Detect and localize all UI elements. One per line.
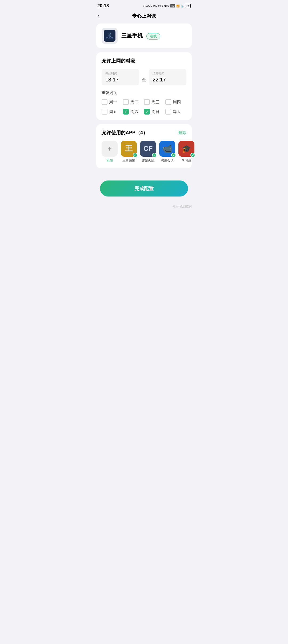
time-section-title: 允许上网的时段 [102,58,186,64]
battery-icon: 74 [185,4,191,8]
end-time-value: 22:17 [153,77,183,83]
hd-icon: HD [170,4,175,7]
day-label-周日: 周日 [151,109,159,114]
start-time-value: 18:17 [105,77,135,83]
app-item-1[interactable]: CF ✓穿越火线 [140,141,156,163]
complete-btn-wrap: 完成配置 [92,180,196,205]
svg-text:王: 王 [125,144,133,152]
device-icon: 12 31 SAMSUNG [102,28,118,44]
time-section-card: 允许上网的时段 开始时间 18:17 至 结束时间 22:17 重复时间 周一周… [96,52,192,120]
app-check-1: ✓ [152,153,157,158]
checkbox-每天[interactable] [165,109,171,115]
day-label-周三: 周三 [151,100,159,105]
start-time-label: 开始时间 [105,72,135,76]
day-label-周六: 周六 [130,109,138,114]
watermark: 俺√什么回值买 [92,205,196,211]
app-item-2[interactable]: 📹 ✓腾讯会议 [159,141,175,163]
header: ‹ 专心上网课 [92,10,196,23]
day-label-周二: 周二 [130,100,138,105]
app-item-0[interactable]: 王 ✓王者荣耀 [121,141,137,163]
checkbox-周四[interactable] [165,99,171,105]
svg-text:📹: 📹 [162,144,173,154]
signal-icon: 📡 [181,5,184,7]
samsung-logo: 12 31 SAMSUNG [104,30,115,42]
complete-button[interactable]: 完成配置 [100,180,188,197]
add-app-button[interactable]: + [102,141,118,157]
app-name-3: 学习通 [182,158,191,163]
start-time-field[interactable]: 开始时间 18:17 [102,69,139,85]
app-check-0: ✓ [133,153,138,158]
svg-text:🎓: 🎓 [182,144,191,153]
day-item-周四[interactable]: 周四 [165,99,187,105]
end-time-field[interactable]: 结束时间 22:17 [149,69,186,85]
checkbox-周一[interactable] [102,99,107,105]
checkbox-周二[interactable] [123,99,129,105]
app-check-2: ✓ [171,153,176,158]
status-bar: 20:18 ⠿ LOGG-ING 0.66 KB/S HD 📶 📡 74 [92,0,196,10]
apps-grid: + 添加 王 ✓王者荣耀 CF ✓穿越火线 📹 ✓腾讯会议 🎓 ✓学习通 [102,141,186,163]
device-card: 12 31 SAMSUNG 三星手机 在线 [96,23,192,48]
app-name-1: 穿越火线 [142,158,154,163]
add-app-item[interactable]: + 添加 [102,141,118,163]
day-label-周五: 周五 [109,109,117,114]
network-icon: ⠿ [143,5,145,7]
app-icon-wrap-3: 🎓 ✓ [178,141,194,157]
app-name-0: 王者荣耀 [122,158,135,163]
day-item-周六[interactable]: 周六 [123,109,144,115]
day-grid: 周一周二周三周四周五周六周日每天 [102,99,186,115]
end-time-label: 结束时间 [153,72,183,76]
day-item-周五[interactable]: 周五 [102,109,123,115]
apps-section-card: 允许使用的APP（4） 删除 + 添加 王 ✓王者荣耀 CF ✓穿越火线 📹 ✓… [96,124,192,168]
apps-header: 允许使用的APP（4） 删除 [102,129,186,136]
online-badge: 在线 [146,33,160,40]
day-item-周二[interactable]: 周二 [123,99,144,105]
checkbox-周六[interactable] [123,109,129,115]
apps-title: 允许使用的APP（4） [102,129,148,136]
page-title: 专心上网课 [132,13,156,19]
day-item-周三[interactable]: 周三 [144,99,165,105]
app-name-2: 腾讯会议 [161,158,174,163]
checkbox-周五[interactable] [102,109,107,115]
checkbox-周三[interactable] [144,99,150,105]
app-icon-wrap-0: 王 ✓ [121,141,137,157]
time-separator: 至 [142,77,146,85]
day-label-周四: 周四 [173,100,181,105]
day-item-周一[interactable]: 周一 [102,99,123,105]
day-item-每天[interactable]: 每天 [165,109,187,115]
day-item-周日[interactable]: 周日 [144,109,165,115]
app-icon-wrap-2: 📹 ✓ [159,141,175,157]
svg-text:CF: CF [143,144,153,152]
app-check-3: ✓ [190,153,195,158]
add-label: 添加 [106,158,113,163]
day-label-每天: 每天 [173,109,181,114]
repeat-label: 重复时间 [102,90,186,95]
time-row: 开始时间 18:17 至 结束时间 22:17 [102,69,186,85]
day-label-周一: 周一 [109,100,117,105]
status-icons: ⠿ LOGG-ING 0.66 KB/S HD 📶 📡 74 [143,4,191,8]
app-item-3[interactable]: 🎓 ✓学习通 [178,141,194,163]
app-icon-wrap-1: CF ✓ [140,141,156,157]
checkbox-周日[interactable] [144,109,150,115]
device-info: 三星手机 在线 [121,32,160,40]
back-button[interactable]: ‹ [97,13,99,19]
device-name: 三星手机 [121,33,143,38]
wifi-icon: 📶 [176,5,179,7]
delete-button[interactable]: 删除 [178,130,186,135]
network-speed: LOGG-ING 0.66 KB/S [146,5,169,7]
status-time: 20:18 [97,3,109,9]
